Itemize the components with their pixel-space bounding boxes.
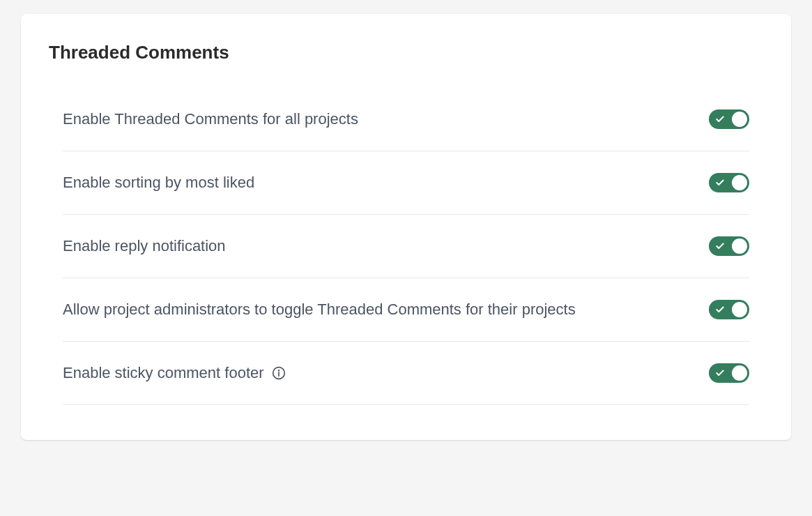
settings-list: Enable Threaded Comments for all project… xyxy=(49,88,763,405)
setting-row-enable-threaded-comments: Enable Threaded Comments for all project… xyxy=(63,88,749,151)
check-icon xyxy=(715,178,725,188)
setting-label-text: Enable sticky comment footer xyxy=(63,361,264,385)
setting-row-enable-sorting: Enable sorting by most liked xyxy=(63,151,749,215)
toggle-knob xyxy=(732,112,747,127)
settings-card: Threaded Comments Enable Threaded Commen… xyxy=(21,14,791,440)
toggle-knob xyxy=(732,365,747,381)
toggle-allow-admin-toggle[interactable] xyxy=(709,300,749,319)
setting-label: Enable Threaded Comments for all project… xyxy=(63,107,358,131)
setting-label-text: Enable Threaded Comments for all project… xyxy=(63,107,358,131)
setting-label: Enable sorting by most liked xyxy=(63,171,254,195)
setting-row-enable-reply-notification: Enable reply notification xyxy=(63,215,749,278)
toggle-enable-sorting[interactable] xyxy=(709,173,749,192)
toggle-sticky-footer[interactable] xyxy=(709,363,749,383)
toggle-knob xyxy=(732,302,747,317)
setting-row-sticky-footer: Enable sticky comment footer xyxy=(63,342,749,405)
info-icon[interactable] xyxy=(271,365,286,381)
toggle-knob xyxy=(732,175,747,190)
check-icon xyxy=(715,241,725,251)
section-title: Threaded Comments xyxy=(49,42,763,63)
setting-label: Enable reply notification xyxy=(63,234,226,258)
setting-label: Enable sticky comment footer xyxy=(63,361,286,385)
svg-point-2 xyxy=(278,370,279,371)
setting-row-allow-admin-toggle: Allow project administrators to toggle T… xyxy=(63,278,749,342)
setting-label-text: Enable reply notification xyxy=(63,234,226,258)
check-icon xyxy=(715,368,725,378)
toggle-enable-reply-notification[interactable] xyxy=(709,236,749,256)
setting-label-text: Allow project administrators to toggle T… xyxy=(63,298,576,321)
toggle-knob xyxy=(732,238,747,254)
check-icon xyxy=(715,305,725,314)
toggle-enable-threaded-comments[interactable] xyxy=(709,109,749,129)
check-icon xyxy=(715,114,725,124)
setting-label: Allow project administrators to toggle T… xyxy=(63,298,576,321)
setting-label-text: Enable sorting by most liked xyxy=(63,171,254,195)
